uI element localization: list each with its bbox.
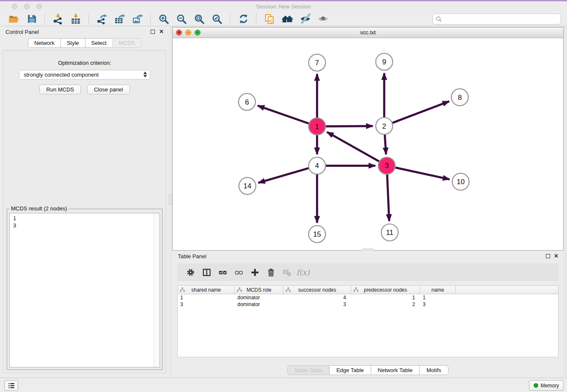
network-canvas[interactable]: 7968124314101511 xyxy=(173,38,563,250)
search-box[interactable] xyxy=(432,14,561,25)
column-header-successor-nodes[interactable]: successor nodes xyxy=(284,286,351,294)
graph-edge-1-2[interactable] xyxy=(324,126,373,127)
tab-style[interactable]: Style xyxy=(61,38,85,48)
zoom-out-button[interactable] xyxy=(175,13,188,25)
home-button[interactable] xyxy=(281,13,294,25)
hide-selected-button[interactable] xyxy=(299,13,311,25)
graph-edge-3-11[interactable] xyxy=(387,173,389,221)
tab-select[interactable]: Select xyxy=(85,38,113,48)
toolbar-separator xyxy=(256,14,257,25)
export-table-icon xyxy=(114,14,125,25)
graph-node-label: 6 xyxy=(245,98,249,106)
tab-network[interactable]: Network xyxy=(28,38,61,48)
table-toolbar: f(x) xyxy=(177,263,559,281)
table-cell: 1 xyxy=(178,295,235,301)
column-header-name[interactable]: name xyxy=(420,286,456,294)
close-panel-icon[interactable]: ✕ xyxy=(159,28,164,35)
graph-edge-2-8[interactable] xyxy=(391,101,449,123)
network-window-title: scc.txt xyxy=(173,28,563,38)
function-builder-button[interactable]: f(x) xyxy=(295,265,311,279)
open-session-button[interactable] xyxy=(8,13,20,25)
table-cell: 4 xyxy=(284,295,351,301)
memory-button[interactable]: Memory xyxy=(529,380,564,391)
toolbar-separator xyxy=(88,14,89,25)
zoom-fit-button[interactable] xyxy=(193,13,206,25)
graph-node-label: 2 xyxy=(382,122,386,130)
show-panels-button[interactable] xyxy=(4,380,18,391)
delete-column-button[interactable] xyxy=(263,265,279,279)
export-network-icon xyxy=(96,14,107,25)
table-settings-button[interactable] xyxy=(182,265,198,279)
result-scrollbar[interactable] xyxy=(154,213,160,367)
refresh-button[interactable] xyxy=(237,13,250,25)
graph-edge-1-6[interactable] xyxy=(258,106,310,124)
zoom-selected-button[interactable] xyxy=(211,13,223,25)
shared-column-icon xyxy=(353,287,358,293)
tab-node-table[interactable]: Node Table xyxy=(287,365,330,375)
tab-mcds[interactable]: MCDS xyxy=(113,38,141,48)
table-row[interactable]: 1dominator411 xyxy=(178,294,558,301)
graph-edge-2-3[interactable] xyxy=(385,133,386,155)
graph-edge-3-10[interactable] xyxy=(394,167,450,179)
search-input[interactable] xyxy=(444,15,558,22)
column-header-predecessor-nodes[interactable]: predecessor nodes xyxy=(351,286,420,294)
table-cell: dominator xyxy=(235,301,284,307)
mcds-panel: Optimization criterion: strongly connect… xyxy=(3,50,166,373)
run-mcds-button[interactable]: Run MCDS xyxy=(39,85,81,94)
optimization-criterion-label: Optimization criterion: xyxy=(3,60,166,66)
graph-node-label: 7 xyxy=(315,59,319,67)
graph-edge-4-14[interactable] xyxy=(258,168,310,183)
import-table-button[interactable] xyxy=(69,13,82,25)
network-window-titlebar[interactable]: ✕ − + scc.txt xyxy=(173,28,563,38)
select-all-button[interactable] xyxy=(215,265,231,279)
float-panel-icon[interactable] xyxy=(151,30,155,34)
refresh-icon xyxy=(238,14,249,24)
memory-status-icon xyxy=(534,383,538,388)
table-cell: dominator xyxy=(235,295,284,301)
result-line: 3 xyxy=(13,222,156,229)
criterion-select[interactable]: strongly connected component xyxy=(19,70,150,80)
column-header-label: MCDS role xyxy=(247,287,272,293)
export-table-button[interactable] xyxy=(113,13,126,25)
tab-network-table[interactable]: Network Table xyxy=(371,365,420,375)
export-network-button[interactable] xyxy=(96,13,108,25)
network-window: ✕ − + scc.txt 7968124314101511 xyxy=(172,27,564,251)
column-header-shared-name[interactable]: shared name xyxy=(178,286,235,294)
graph-node-label: 15 xyxy=(313,230,321,238)
graph-node-label: 10 xyxy=(457,178,465,186)
float-table-panel-icon[interactable] xyxy=(546,254,550,258)
export-image-button[interactable] xyxy=(131,13,144,25)
graph-node-label: 4 xyxy=(315,162,319,170)
zoom-in-button[interactable] xyxy=(157,13,170,25)
graph-node-label: 3 xyxy=(385,162,388,170)
shared-column-icon xyxy=(237,287,242,293)
deselect-all-button[interactable] xyxy=(231,265,247,279)
show-all-button[interactable] xyxy=(317,13,329,25)
search-icon xyxy=(436,16,442,22)
checked-boxes-icon xyxy=(218,268,227,277)
table-row[interactable]: 3dominator323 xyxy=(178,301,558,308)
network-graph: 7968124314101511 xyxy=(173,38,563,250)
vertical-splitter-handle[interactable] xyxy=(169,194,172,205)
delete-table-button[interactable] xyxy=(279,265,295,279)
close-table-panel-icon[interactable]: ✕ xyxy=(554,253,559,259)
add-column-button[interactable] xyxy=(247,265,263,279)
import-network-button[interactable] xyxy=(52,13,64,25)
import-table-icon xyxy=(70,14,81,25)
toolbar-separator xyxy=(150,14,151,25)
main-toolbar xyxy=(0,12,567,26)
copy-view-button[interactable] xyxy=(263,13,276,25)
mcds-result-box: 13 xyxy=(9,213,160,367)
status-bar: Memory xyxy=(0,378,567,392)
table-cell: 1 xyxy=(351,295,420,301)
tab-edge-table[interactable]: Edge Table xyxy=(329,365,371,375)
split-table-button[interactable] xyxy=(198,265,215,279)
tab-motifs[interactable]: Motifs xyxy=(419,365,449,375)
result-line: 1 xyxy=(13,215,156,222)
graph-edge-3-1[interactable] xyxy=(327,132,380,162)
column-header-MCDS-role[interactable]: MCDS role xyxy=(235,286,284,294)
unchecked-boxes-icon xyxy=(234,268,243,277)
save-session-button[interactable] xyxy=(25,13,38,25)
eye-icon xyxy=(317,13,329,25)
close-panel-button[interactable]: Close panel xyxy=(87,85,130,94)
